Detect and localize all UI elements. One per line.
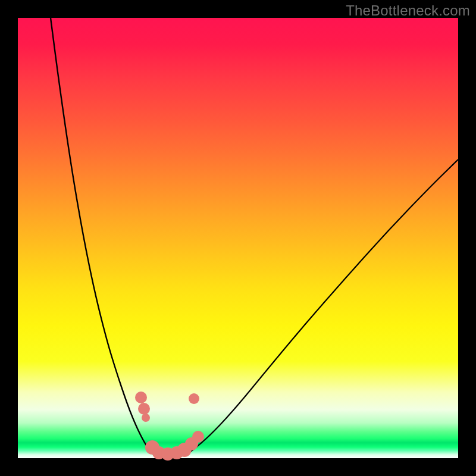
bottleneck-curve-right — [186, 159, 458, 455]
chart-frame: TheBottleneck.com — [0, 0, 476, 476]
marker-group — [135, 392, 204, 461]
curve-svg — [18, 18, 458, 458]
data-marker — [138, 403, 150, 415]
curve-group — [51, 18, 458, 458]
data-marker — [135, 392, 147, 403]
data-marker — [142, 414, 150, 422]
watermark-text: TheBottleneck.com — [346, 2, 470, 19]
data-marker — [192, 431, 204, 443]
bottleneck-curve-left — [51, 18, 154, 455]
data-marker — [189, 393, 199, 404]
plot-area — [18, 18, 458, 458]
